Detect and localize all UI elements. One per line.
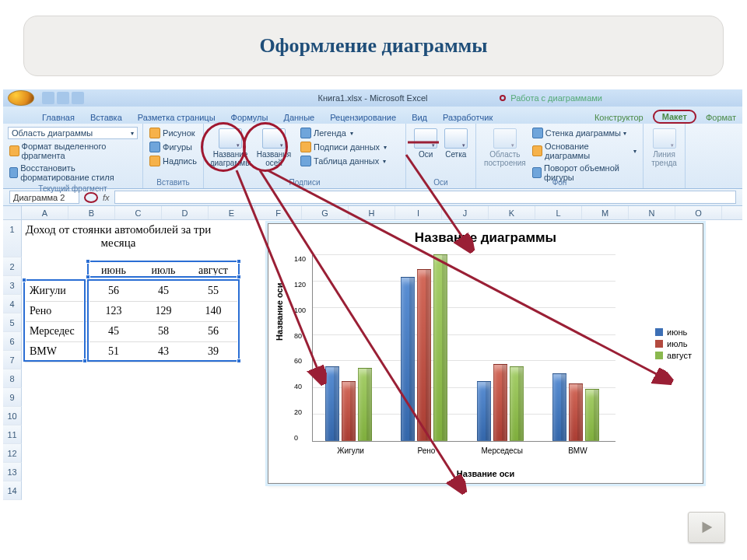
col-header[interactable]: L [535, 206, 582, 219]
row-header[interactable]: 14 [3, 481, 22, 500]
formula-input[interactable] [114, 191, 736, 204]
row-header[interactable]: 10 [3, 407, 22, 425]
bar-series1 [477, 381, 491, 441]
col-header[interactable]: D [162, 206, 209, 219]
select-all-corner[interactable] [3, 206, 22, 219]
tab-review[interactable]: Рецензирование [324, 110, 402, 124]
col-header[interactable]: K [489, 206, 535, 219]
row-header[interactable]: 11 [3, 425, 22, 444]
tab-chart-format[interactable]: Формат [700, 110, 742, 124]
gridlines-button[interactable]: Сетка [441, 127, 472, 160]
legend-button[interactable]: Легенда▾ [299, 127, 355, 139]
row-header[interactable]: 7 [3, 351, 22, 369]
format-selection-button[interactable]: Формат выделенного фрагмента [8, 141, 138, 161]
excel-window: Книга1.xlsx - Microsoft Excel Работа с д… [3, 89, 742, 506]
row-header[interactable]: 5 [3, 313, 22, 332]
row-header[interactable]: 6 [3, 332, 22, 351]
column-headers[interactable]: A B C D E F G H I J K L M N O [3, 206, 742, 220]
row-header[interactable]: 12 [3, 444, 22, 463]
tab-chart-design[interactable]: Конструктор [588, 110, 650, 124]
col-header[interactable]: A [22, 206, 68, 219]
data-table-button[interactable]: Таблица данных▾ [299, 155, 388, 167]
play-icon [698, 519, 715, 536]
axes-icon [414, 128, 437, 149]
col-header[interactable]: C [115, 206, 162, 219]
tab-view[interactable]: Вид [405, 110, 433, 124]
row-header[interactable]: 8 [3, 369, 22, 388]
chart-title-icon [219, 128, 242, 149]
bar-series2 [493, 364, 507, 441]
y-axis-title[interactable]: Название оси [275, 283, 284, 341]
col-header[interactable]: E [209, 206, 255, 219]
quick-access-toolbar[interactable] [42, 92, 84, 104]
bar-series2 [342, 381, 356, 441]
col-header[interactable]: I [395, 206, 442, 219]
insert-picture-button[interactable]: Рисунок [148, 127, 197, 139]
x-axis-title[interactable]: Название оси [268, 469, 703, 478]
selection-range-headers [87, 261, 240, 278]
row-header[interactable]: 2 [3, 257, 22, 276]
tab-home[interactable]: Главная [36, 110, 81, 124]
group-current-selection: Область диаграммы▾ Формат выделенного фр… [3, 124, 143, 188]
chart-object[interactable]: Название диаграммы Название оси Название… [268, 223, 703, 484]
trendline-icon [653, 128, 676, 149]
plot-area-button[interactable]: Область построения [481, 127, 529, 169]
chart-floor-button[interactable]: Основание диаграммы▾ [531, 141, 638, 161]
group-label: Вставить [156, 177, 189, 188]
save-icon[interactable] [42, 92, 54, 104]
row-header[interactable]: 4 [3, 295, 22, 313]
insert-shapes-button[interactable]: Фигуры [148, 141, 194, 153]
chart-legend[interactable]: июнь июль август [655, 325, 692, 362]
ribbon: Область диаграммы▾ Формат выделенного фр… [3, 124, 742, 189]
col-header[interactable]: M [582, 206, 629, 219]
next-slide-button[interactable] [688, 512, 725, 543]
bar-series1 [552, 373, 566, 441]
group-background: Область построения Стенка диаграммы▾ Осн… [476, 124, 644, 188]
tab-pagelayout[interactable]: Разметка страницы [132, 110, 222, 124]
col-header[interactable]: N [629, 206, 675, 219]
chart-title[interactable]: Название диаграммы [268, 224, 703, 247]
titlebar: Книга1.xlsx - Microsoft Excel Работа с д… [3, 89, 742, 107]
worksheet[interactable]: A B C D E F G H I J K L M N O 1 2 3 4 5 … [3, 206, 742, 506]
axes-button[interactable]: Оси [411, 127, 441, 160]
tab-chart-layout[interactable]: Макет [653, 110, 696, 124]
col-header[interactable]: G [302, 206, 349, 219]
formula-bar: Диаграмма 2 fx [3, 189, 742, 206]
reset-style-button[interactable]: Восстановить форматирование стиля [8, 163, 138, 183]
x-axis-categories: ЖигулиРено МерседесыBMW [313, 446, 615, 455]
undo-icon[interactable] [57, 92, 69, 104]
col-header[interactable]: F [255, 206, 302, 219]
tab-developer[interactable]: Разработчик [437, 110, 499, 124]
trendline-button[interactable]: Линия тренда [646, 127, 683, 169]
col-header[interactable]: H [349, 206, 395, 219]
tab-data[interactable]: Данные [277, 110, 321, 124]
tab-formulas[interactable]: Формулы [225, 110, 275, 124]
row-header[interactable]: 13 [3, 463, 22, 481]
col-header[interactable]: J [442, 206, 489, 219]
plot-area[interactable]: 020 4060 80100 120140 ЖигулиРено Мерседе… [312, 255, 615, 442]
chart-wall-button[interactable]: Стенка диаграммы▾ [531, 127, 628, 139]
redo-icon[interactable] [72, 92, 84, 104]
slide-title: Оформление диаграммы [23, 16, 724, 76]
bar-series2 [417, 269, 431, 441]
bar-series3 [433, 254, 447, 441]
col-header[interactable]: B [68, 206, 115, 219]
chart-element-combo[interactable]: Область диаграммы▾ [8, 127, 138, 139]
ribbon-tabs: Главная Вставка Разметка страницы Формул… [3, 107, 742, 124]
axis-titles-icon [262, 128, 286, 149]
selection-range-names [23, 279, 86, 362]
chart-title-button[interactable]: Название диаграммы [209, 127, 252, 169]
row-header[interactable]: 1 [3, 220, 22, 257]
axis-titles-button[interactable]: Названия осей [252, 127, 296, 169]
tab-insert[interactable]: Вставка [84, 110, 128, 124]
row-header[interactable]: 9 [3, 388, 22, 407]
group-label: Оси [406, 177, 475, 188]
table-title-cell[interactable]: Доход от стоянки автомобилей за три меся… [25, 223, 212, 250]
insert-textbox-button[interactable]: Надпись [148, 155, 198, 167]
document-title: Книга1.xlsx - Microsoft Excel [318, 93, 428, 103]
col-header[interactable]: O [675, 206, 722, 219]
row-header[interactable]: 3 [3, 276, 22, 295]
data-labels-button[interactable]: Подписи данных▾ [299, 141, 388, 153]
office-button[interactable] [8, 90, 34, 106]
row-headers: 1 2 3 4 5 6 7 8 9 10 11 12 13 14 [3, 220, 22, 500]
